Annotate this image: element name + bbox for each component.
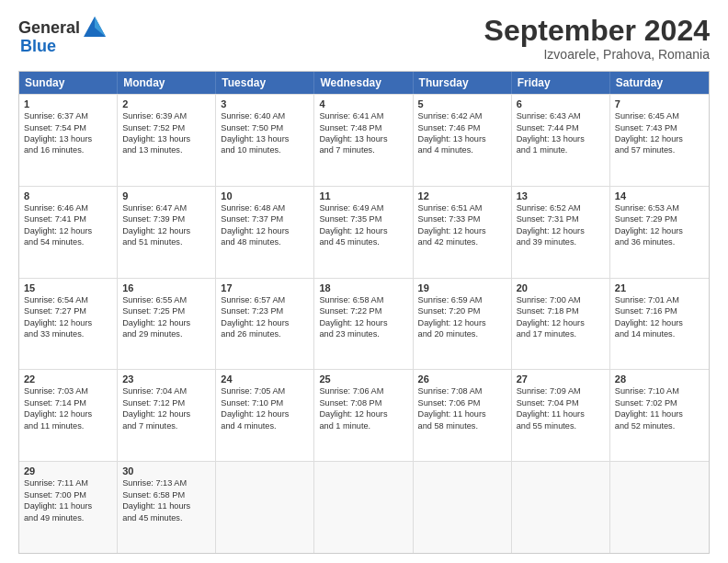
day-info: Sunrise: 7:03 AM Sunset: 7:14 PM Dayligh…: [24, 385, 112, 431]
day-cell-27: 27Sunrise: 7:09 AM Sunset: 7:04 PM Dayli…: [512, 370, 610, 461]
calendar-week-4: 22Sunrise: 7:03 AM Sunset: 7:14 PM Dayli…: [19, 369, 709, 461]
calendar-week-1: 1Sunrise: 6:37 AM Sunset: 7:54 PM Daylig…: [19, 94, 709, 186]
day-info: Sunrise: 7:01 AM Sunset: 7:16 PM Dayligh…: [615, 294, 704, 340]
day-info: Sunrise: 7:06 AM Sunset: 7:08 PM Dayligh…: [319, 385, 407, 431]
day-number: 8: [24, 190, 112, 201]
day-cell-18: 18Sunrise: 6:58 AM Sunset: 7:22 PM Dayli…: [314, 279, 413, 370]
day-number: 2: [122, 98, 210, 109]
day-info: Sunrise: 7:10 AM Sunset: 7:02 PM Dayligh…: [615, 385, 704, 431]
day-cell-9: 9Sunrise: 6:47 AM Sunset: 7:39 PM Daylig…: [118, 187, 216, 278]
day-cell-15: 15Sunrise: 6:54 AM Sunset: 7:27 PM Dayli…: [19, 279, 118, 370]
day-cell-14: 14Sunrise: 6:53 AM Sunset: 7:29 PM Dayli…: [610, 187, 709, 278]
calendar-header: SundayMondayTuesdayWednesdayThursdayFrid…: [19, 72, 709, 94]
logo-icon: [82, 15, 108, 40]
logo: General Blue: [18, 15, 108, 56]
day-info: Sunrise: 6:58 AM Sunset: 7:22 PM Dayligh…: [319, 294, 407, 340]
day-cell-22: 22Sunrise: 7:03 AM Sunset: 7:14 PM Dayli…: [19, 370, 118, 461]
calendar-week-2: 8Sunrise: 6:46 AM Sunset: 7:41 PM Daylig…: [19, 186, 709, 278]
empty-cell-4-5: [512, 462, 610, 553]
day-number: 4: [319, 98, 407, 109]
day-info: Sunrise: 6:42 AM Sunset: 7:46 PM Dayligh…: [418, 110, 506, 156]
day-info: Sunrise: 6:48 AM Sunset: 7:37 PM Dayligh…: [221, 202, 309, 248]
calendar: SundayMondayTuesdayWednesdayThursdayFrid…: [18, 71, 710, 554]
empty-cell-4-2: [216, 462, 314, 553]
day-number: 3: [221, 98, 309, 109]
calendar-body: 1Sunrise: 6:37 AM Sunset: 7:54 PM Daylig…: [19, 94, 709, 553]
day-number: 23: [122, 373, 210, 385]
day-cell-28: 28Sunrise: 7:10 AM Sunset: 7:02 PM Dayli…: [610, 370, 709, 461]
day-info: Sunrise: 6:52 AM Sunset: 7:31 PM Dayligh…: [517, 202, 605, 248]
day-number: 11: [319, 190, 407, 201]
day-info: Sunrise: 6:39 AM Sunset: 7:52 PM Dayligh…: [122, 110, 210, 156]
day-cell-19: 19Sunrise: 6:59 AM Sunset: 7:20 PM Dayli…: [414, 279, 512, 370]
day-info: Sunrise: 6:41 AM Sunset: 7:48 PM Dayligh…: [319, 110, 407, 156]
day-number: 1: [24, 98, 112, 109]
day-cell-10: 10Sunrise: 6:48 AM Sunset: 7:37 PM Dayli…: [216, 187, 314, 278]
day-cell-30: 30Sunrise: 7:13 AM Sunset: 6:58 PM Dayli…: [118, 462, 216, 553]
day-info: Sunrise: 6:51 AM Sunset: 7:33 PM Dayligh…: [418, 202, 506, 248]
day-number: 14: [615, 190, 704, 201]
day-cell-12: 12Sunrise: 6:51 AM Sunset: 7:33 PM Dayli…: [414, 187, 512, 278]
day-cell-23: 23Sunrise: 7:04 AM Sunset: 7:12 PM Dayli…: [118, 370, 216, 461]
day-number: 12: [418, 190, 506, 201]
day-number: 19: [418, 282, 506, 293]
day-info: Sunrise: 6:37 AM Sunset: 7:54 PM Dayligh…: [24, 110, 112, 156]
day-info: Sunrise: 6:54 AM Sunset: 7:27 PM Dayligh…: [24, 294, 112, 340]
logo-blue: Blue: [20, 37, 56, 56]
day-info: Sunrise: 7:13 AM Sunset: 6:58 PM Dayligh…: [122, 477, 210, 523]
empty-cell-4-4: [414, 462, 512, 553]
location-subtitle: Izvoarele, Prahova, Romania: [484, 47, 710, 62]
day-info: Sunrise: 7:11 AM Sunset: 7:00 PM Dayligh…: [24, 477, 112, 523]
day-info: Sunrise: 7:05 AM Sunset: 7:10 PM Dayligh…: [221, 385, 309, 431]
day-number: 17: [221, 282, 309, 293]
day-info: Sunrise: 6:55 AM Sunset: 7:25 PM Dayligh…: [122, 294, 210, 340]
header-cell-friday: Friday: [512, 72, 610, 94]
day-cell-25: 25Sunrise: 7:06 AM Sunset: 7:08 PM Dayli…: [314, 370, 413, 461]
day-cell-7: 7Sunrise: 6:45 AM Sunset: 7:43 PM Daylig…: [610, 95, 709, 186]
month-title: September 2024: [484, 15, 710, 47]
day-number: 22: [24, 373, 112, 385]
day-number: 15: [24, 282, 112, 293]
day-cell-2: 2Sunrise: 6:39 AM Sunset: 7:52 PM Daylig…: [118, 95, 216, 186]
header-cell-tuesday: Tuesday: [216, 72, 314, 94]
day-number: 10: [221, 190, 309, 201]
day-number: 16: [122, 282, 210, 293]
day-number: 9: [122, 190, 210, 201]
day-number: 20: [517, 282, 605, 293]
day-number: 24: [221, 373, 309, 385]
day-info: Sunrise: 6:45 AM Sunset: 7:43 PM Dayligh…: [615, 110, 704, 156]
day-number: 5: [418, 98, 506, 109]
page-header: General Blue September 2024 Izvoarele, P…: [18, 15, 710, 62]
day-info: Sunrise: 6:47 AM Sunset: 7:39 PM Dayligh…: [122, 202, 210, 248]
day-cell-20: 20Sunrise: 7:00 AM Sunset: 7:18 PM Dayli…: [512, 279, 610, 370]
day-info: Sunrise: 6:49 AM Sunset: 7:35 PM Dayligh…: [319, 202, 407, 248]
empty-cell-4-3: [314, 462, 413, 553]
day-info: Sunrise: 7:08 AM Sunset: 7:06 PM Dayligh…: [418, 385, 506, 431]
day-number: 13: [517, 190, 605, 201]
day-cell-13: 13Sunrise: 6:52 AM Sunset: 7:31 PM Dayli…: [512, 187, 610, 278]
day-info: Sunrise: 7:09 AM Sunset: 7:04 PM Dayligh…: [517, 385, 605, 431]
day-number: 6: [517, 98, 605, 109]
day-cell-11: 11Sunrise: 6:49 AM Sunset: 7:35 PM Dayli…: [314, 187, 413, 278]
logo-general: General: [18, 18, 80, 38]
calendar-week-5: 29Sunrise: 7:11 AM Sunset: 7:00 PM Dayli…: [19, 461, 709, 553]
day-number: 28: [615, 373, 704, 385]
day-cell-29: 29Sunrise: 7:11 AM Sunset: 7:00 PM Dayli…: [19, 462, 118, 553]
day-info: Sunrise: 6:43 AM Sunset: 7:44 PM Dayligh…: [517, 110, 605, 156]
day-number: 29: [24, 465, 112, 477]
day-info: Sunrise: 7:00 AM Sunset: 7:18 PM Dayligh…: [517, 294, 605, 340]
day-info: Sunrise: 6:40 AM Sunset: 7:50 PM Dayligh…: [221, 110, 309, 156]
header-cell-wednesday: Wednesday: [314, 72, 413, 94]
day-info: Sunrise: 6:57 AM Sunset: 7:23 PM Dayligh…: [221, 294, 309, 340]
day-number: 30: [122, 465, 210, 477]
day-info: Sunrise: 6:46 AM Sunset: 7:41 PM Dayligh…: [24, 202, 112, 248]
day-cell-1: 1Sunrise: 6:37 AM Sunset: 7:54 PM Daylig…: [19, 95, 118, 186]
day-cell-16: 16Sunrise: 6:55 AM Sunset: 7:25 PM Dayli…: [118, 279, 216, 370]
day-number: 18: [319, 282, 407, 293]
day-info: Sunrise: 6:59 AM Sunset: 7:20 PM Dayligh…: [418, 294, 506, 340]
day-cell-6: 6Sunrise: 6:43 AM Sunset: 7:44 PM Daylig…: [512, 95, 610, 186]
day-cell-26: 26Sunrise: 7:08 AM Sunset: 7:06 PM Dayli…: [414, 370, 512, 461]
day-cell-8: 8Sunrise: 6:46 AM Sunset: 7:41 PM Daylig…: [19, 187, 118, 278]
header-cell-thursday: Thursday: [414, 72, 512, 94]
day-cell-24: 24Sunrise: 7:05 AM Sunset: 7:10 PM Dayli…: [216, 370, 314, 461]
